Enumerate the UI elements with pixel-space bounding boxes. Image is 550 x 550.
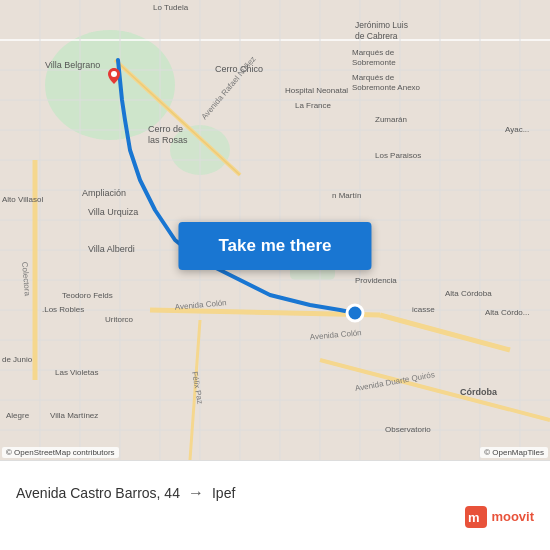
route-arrow: → — [188, 484, 204, 502]
svg-text:Las Violetas: Las Violetas — [55, 368, 98, 377]
osm-attribution: © OpenStreetMap contributors — [2, 447, 119, 458]
svg-text:Providencia: Providencia — [355, 276, 397, 285]
svg-text:Lo Tudela: Lo Tudela — [153, 3, 189, 12]
route-to: Ipef — [212, 485, 235, 501]
moovit-logo-text: moovit — [491, 509, 534, 524]
svg-text:las Rosas: las Rosas — [148, 135, 188, 145]
route-info: Avenida Castro Barros, 44 → Ipef — [16, 484, 534, 502]
svg-text:Uritorco: Uritorco — [105, 315, 134, 324]
svg-text:Alta Córdoba: Alta Córdoba — [445, 289, 492, 298]
route-from: Avenida Castro Barros, 44 — [16, 485, 180, 501]
svg-text:Villa Belgrano: Villa Belgrano — [45, 60, 100, 70]
svg-text:.Los Robles: .Los Robles — [42, 305, 84, 314]
svg-text:Zumarán: Zumarán — [375, 115, 407, 124]
svg-text:Alto Villasol: Alto Villasol — [2, 195, 43, 204]
svg-text:Observatorio: Observatorio — [385, 425, 431, 434]
svg-text:Marqués de: Marqués de — [352, 48, 395, 57]
take-me-there-button[interactable]: Take me there — [178, 222, 371, 270]
svg-text:Ayac...: Ayac... — [505, 125, 529, 134]
svg-text:Cerro de: Cerro de — [148, 124, 183, 134]
svg-text:Villa Alberdi: Villa Alberdi — [88, 244, 135, 254]
svg-text:Los Paraisos: Los Paraisos — [375, 151, 421, 160]
svg-text:Villa Martínez: Villa Martínez — [50, 411, 98, 420]
svg-text:m: m — [468, 510, 480, 525]
svg-text:Alegre: Alegre — [6, 411, 30, 420]
svg-point-38 — [347, 305, 363, 321]
moovit-logo-icon: m — [465, 506, 487, 528]
svg-text:Teodoro Felds: Teodoro Felds — [62, 291, 113, 300]
svg-text:Villa Urquiza: Villa Urquiza — [88, 207, 138, 217]
map-container: Villa Belgrano Cerro Chico Cerro de las … — [0, 0, 550, 460]
svg-text:Jerónimo Luis: Jerónimo Luis — [355, 20, 408, 30]
svg-text:Sobremonte: Sobremonte — [352, 58, 396, 67]
svg-text:La France: La France — [295, 101, 332, 110]
moovit-branding: m moovit — [16, 506, 534, 528]
svg-text:Marqués de: Marqués de — [352, 73, 395, 82]
svg-point-39 — [111, 71, 117, 77]
svg-text:icasse: icasse — [412, 305, 435, 314]
svg-text:Alta Córdo...: Alta Córdo... — [485, 308, 529, 317]
omtiles-attribution: © OpenMapTiles — [480, 447, 548, 458]
svg-text:de Junio: de Junio — [2, 355, 33, 364]
svg-text:de Cabrera: de Cabrera — [355, 31, 398, 41]
svg-text:n Martín: n Martín — [332, 191, 361, 200]
svg-text:Córdoba: Córdoba — [460, 387, 498, 397]
svg-text:Hospital Neonatal: Hospital Neonatal — [285, 86, 348, 95]
svg-text:Ampliación: Ampliación — [82, 188, 126, 198]
bottom-bar: Avenida Castro Barros, 44 → Ipef m moovi… — [0, 460, 550, 550]
svg-text:Sobremonte Anexo: Sobremonte Anexo — [352, 83, 421, 92]
